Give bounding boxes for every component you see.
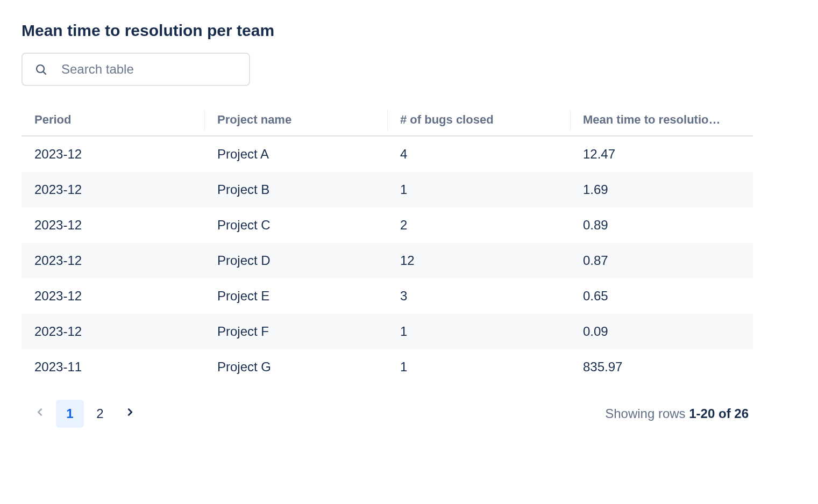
col-mttr[interactable]: Mean time to resolutio… <box>570 104 753 136</box>
cell-mttr: 1.69 <box>570 172 753 207</box>
col-bugs-closed[interactable]: # of bugs closed <box>387 104 570 136</box>
table-row: 2023-12Project E30.65 <box>22 278 753 314</box>
cell-bugs: 3 <box>387 278 570 314</box>
cell-period: 2023-12 <box>22 207 204 243</box>
chevron-left-icon <box>34 406 46 421</box>
search-wrapper <box>22 53 250 86</box>
cell-project: Project E <box>204 278 387 314</box>
cell-bugs: 2 <box>387 207 570 243</box>
page-button-2[interactable]: 2 <box>86 400 114 428</box>
cell-bugs: 12 <box>387 243 570 278</box>
table-row: 2023-12Project A412.47 <box>22 136 753 172</box>
cell-bugs: 1 <box>387 172 570 207</box>
cell-period: 2023-12 <box>22 136 204 172</box>
cell-project: Project G <box>204 349 387 385</box>
cell-period: 2023-12 <box>22 314 204 349</box>
table-footer: 12 Showing rows 1-20 of 26 <box>22 400 753 428</box>
next-page-button[interactable] <box>116 400 144 428</box>
cell-period: 2023-12 <box>22 278 204 314</box>
page-title: Mean time to resolution per team <box>22 21 753 40</box>
page-button-1[interactable]: 1 <box>56 400 84 428</box>
cell-bugs: 4 <box>387 136 570 172</box>
col-project-name[interactable]: Project name <box>204 104 387 136</box>
cell-period: 2023-11 <box>22 349 204 385</box>
cell-period: 2023-12 <box>22 243 204 278</box>
cell-project: Project A <box>204 136 387 172</box>
search-input[interactable] <box>22 53 250 86</box>
table-header-row: Period Project name # of bugs closed Mea… <box>22 104 753 136</box>
cell-project: Project D <box>204 243 387 278</box>
cell-mttr: 12.47 <box>570 136 753 172</box>
chevron-right-icon <box>124 406 136 421</box>
pagination: 12 <box>26 400 144 428</box>
cell-bugs: 1 <box>387 314 570 349</box>
cell-mttr: 0.65 <box>570 278 753 314</box>
table-card: Mean time to resolution per team Period … <box>22 21 753 428</box>
cell-mttr: 0.09 <box>570 314 753 349</box>
cell-mttr: 0.87 <box>570 243 753 278</box>
table-row: 2023-12Project B11.69 <box>22 172 753 207</box>
cell-project: Project F <box>204 314 387 349</box>
rows-summary: Showing rows 1-20 of 26 <box>605 406 749 421</box>
table-row: 2023-12Project F10.09 <box>22 314 753 349</box>
prev-page-button[interactable] <box>26 400 54 428</box>
table-body: 2023-12Project A412.472023-12Project B11… <box>22 136 753 385</box>
cell-project: Project C <box>204 207 387 243</box>
cell-bugs: 1 <box>387 349 570 385</box>
data-table: Period Project name # of bugs closed Mea… <box>22 104 753 385</box>
cell-mttr: 835.97 <box>570 349 753 385</box>
cell-mttr: 0.89 <box>570 207 753 243</box>
table-row: 2023-12Project C20.89 <box>22 207 753 243</box>
table-row: 2023-12Project D120.87 <box>22 243 753 278</box>
cell-period: 2023-12 <box>22 172 204 207</box>
col-period[interactable]: Period <box>22 104 204 136</box>
table-row: 2023-11Project G1835.97 <box>22 349 753 385</box>
cell-project: Project B <box>204 172 387 207</box>
